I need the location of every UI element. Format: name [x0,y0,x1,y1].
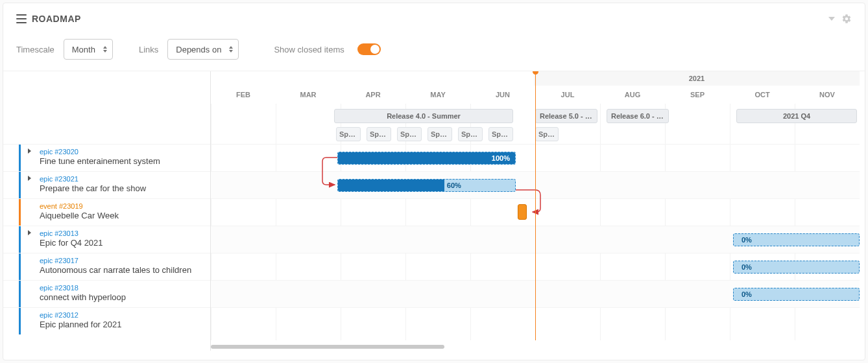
progress-label: 0% [736,288,757,300]
timescale-label: Timescale [16,45,54,54]
release-pill[interactable]: Release 4.0 - Summer [334,109,513,123]
item-list: epic #23020Fine tune enterainement syste… [3,71,211,351]
month-header: JUL [535,86,600,104]
sprint-pill[interactable]: Sp… [367,127,391,141]
item-ref[interactable]: epic #23013 [40,229,103,238]
expand-caret-icon[interactable] [28,230,31,235]
month-header: NOV [795,86,860,104]
today-marker [535,71,536,340]
month-header: MAY [405,86,470,104]
list-item[interactable]: epic #23013Epic for Q4 2021 [3,226,210,253]
month-header: MAR [276,86,341,104]
item-ref[interactable]: epic #23020 [40,147,160,156]
timescale-select[interactable]: Month [64,39,113,60]
timeline: 2021 FEBMARAPRMAYJUNJULAUGSEPOCTNOV Rele… [211,71,865,351]
list-item[interactable]: event #23019Aiquebelle Car Week [3,198,210,226]
item-ref[interactable]: epic #23018 [40,283,126,292]
item-title: Aiquebelle Car Week [40,211,119,222]
show-closed-label: Show closed items [274,45,344,54]
panel-header: ROADMAP [3,3,865,34]
show-closed-toggle[interactable] [357,43,381,55]
sprint-pill[interactable]: Sp… [458,127,483,141]
item-title: Fine tune enterainement system [40,156,160,167]
month-header: OCT [730,86,795,104]
gear-icon[interactable] [841,14,852,24]
horizontal-scrollbar[interactable] [211,343,860,351]
list-item[interactable]: epic #23012Epic planned for 2021 [3,307,210,334]
sprint-pill[interactable]: Sp… [428,127,452,141]
select-arrows-icon [229,46,233,53]
release-pill[interactable]: 2021 Q4 [736,109,857,123]
progress-bar[interactable]: 0% [733,261,860,274]
item-title: Prepare the car for the show [40,183,146,194]
list-item[interactable]: epic #23018connect with hyperloop [3,280,210,307]
item-ref[interactable]: epic #23021 [40,174,146,183]
list-item[interactable]: epic #23020Fine tune enterainement syste… [3,144,210,171]
expand-caret-icon[interactable] [28,176,31,181]
timescale-value: Month [72,45,95,54]
release-pill[interactable]: Release 6.0 - Moutain [607,109,669,123]
item-title: Epic planned for 2021 [40,320,121,331]
links-label: Links [139,45,158,54]
sprint-pill[interactable]: Sp… [397,127,422,141]
select-arrows-icon [103,46,107,53]
sprint-pill[interactable]: Sp… [336,127,361,141]
progress-label: 0% [736,261,757,273]
month-header: JUN [470,86,535,104]
item-title: connect with hyperloop [40,292,126,303]
drag-handle-icon[interactable] [16,14,27,23]
progress-label: 100% [487,152,515,164]
expand-caret-icon[interactable] [28,148,31,154]
links-select[interactable]: Depends on [167,39,239,60]
links-value: Depends on [176,45,221,54]
sprint-pill[interactable]: Spri… [535,127,559,141]
progress-bar[interactable]: 60% [337,179,516,192]
progress-label: 60% [444,180,466,191]
month-header: AUG [600,86,665,104]
progress-bar[interactable]: 100% [337,152,516,165]
progress-label: 0% [736,234,757,246]
item-title: Autonomous car narrate tales to children [40,265,191,276]
roadmap-controls: Timescale Month Links Depends on Show cl… [3,34,865,71]
release-pill[interactable]: Release 5.0 - Be… [535,109,597,123]
collapse-caret-icon[interactable] [828,17,835,21]
item-ref[interactable]: epic #23012 [40,310,121,320]
month-header: SEP [665,86,730,104]
progress-bar[interactable]: 0% [733,233,860,246]
item-title: Epic for Q4 2021 [40,238,103,249]
roadmap-panel: ROADMAP Timescale Month Links Depends on… [3,3,865,360]
roadmap-area: epic #23020Fine tune enterainement syste… [3,71,865,351]
month-header: FEB [211,86,276,104]
list-item[interactable]: epic #23017Autonomous car narrate tales … [3,253,210,280]
item-ref[interactable]: event #23019 [40,202,119,211]
item-ref[interactable]: epic #23017 [40,256,191,265]
sprint-pill[interactable]: Sp… [488,127,513,141]
panel-title: ROADMAP [32,14,81,24]
progress-bar[interactable]: 0% [733,288,860,301]
list-item[interactable]: epic #23021Prepare the car for the show [3,171,210,198]
event-chip[interactable] [518,204,527,220]
year-label: 2021 [534,71,860,86]
month-header: APR [341,86,405,104]
